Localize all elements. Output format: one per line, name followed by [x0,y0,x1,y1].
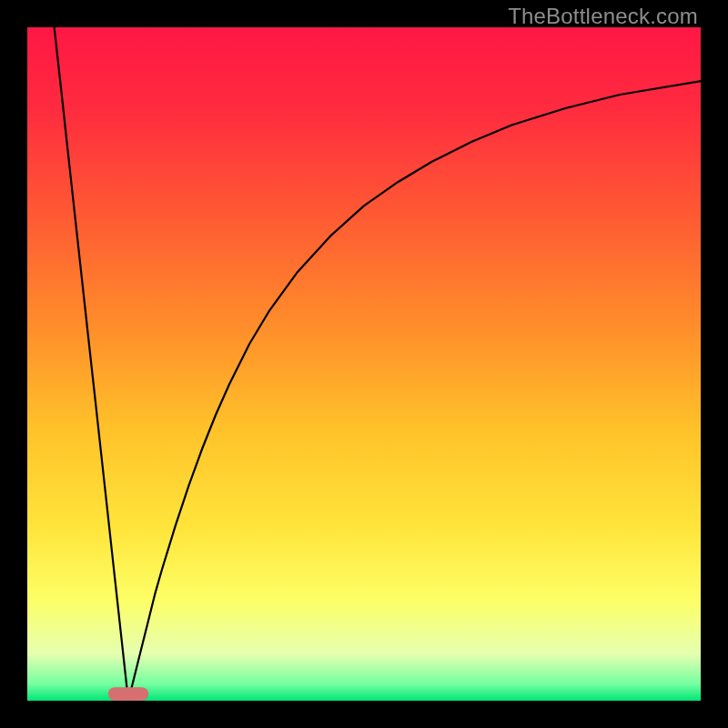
watermark-text: TheBottleneck.com [508,4,698,29]
chart-frame: TheBottleneck.com [0,0,728,728]
gradient-background [27,27,701,701]
chart-canvas [27,27,701,701]
plot-area [27,27,701,701]
minimum-marker-rect [108,687,148,701]
minimum-marker [108,687,148,701]
